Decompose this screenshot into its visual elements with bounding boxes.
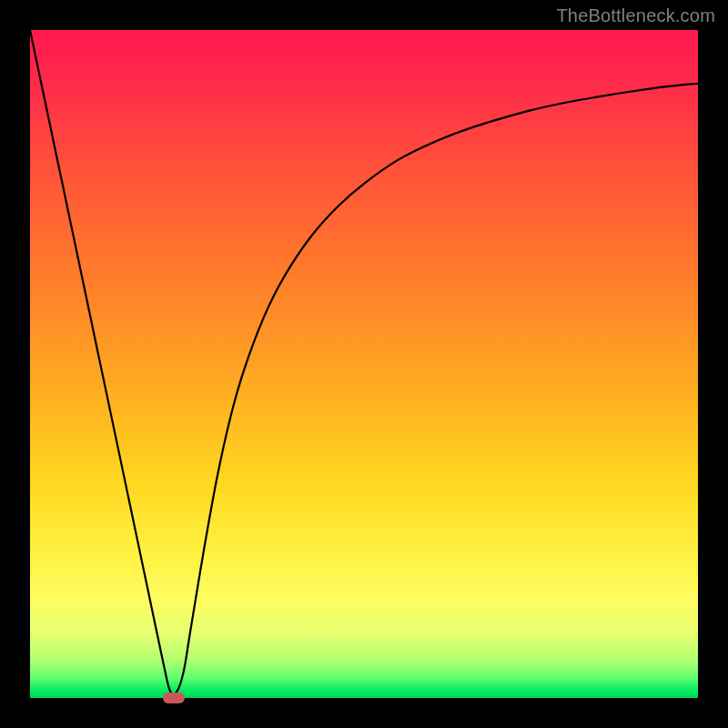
watermark-text: TheBottleneck.com <box>556 5 715 26</box>
curve-layer <box>30 30 698 698</box>
plot-area <box>30 30 698 698</box>
chart-frame: TheBottleneck.com <box>0 0 728 728</box>
optimal-marker <box>163 693 185 703</box>
bottleneck-curve <box>30 30 698 694</box>
